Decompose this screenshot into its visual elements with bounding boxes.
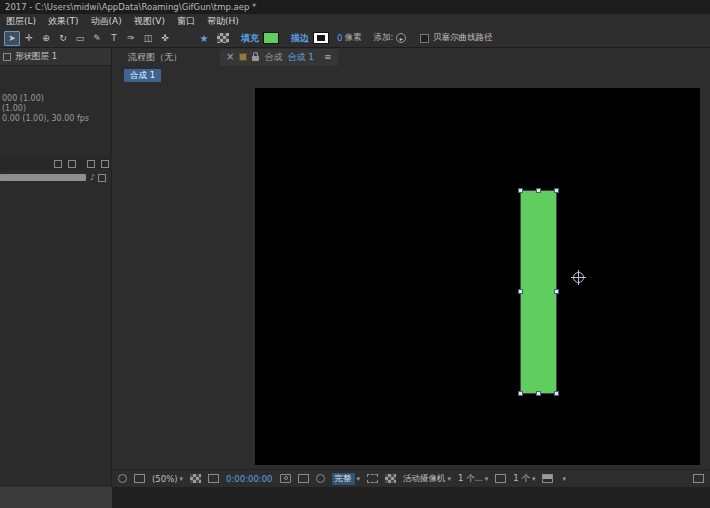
resize-handle-middle-left[interactable] — [518, 289, 523, 294]
resize-handle-top-left[interactable] — [518, 188, 523, 193]
pixel-aspect-icon[interactable] — [495, 474, 506, 483]
active-camera-dropdown[interactable]: 活动摄像机 ▾ — [403, 473, 451, 485]
mask-visibility-icon[interactable] — [208, 474, 219, 483]
chevron-down-icon: ▾ — [485, 475, 489, 483]
grid-guides-icon[interactable] — [190, 474, 201, 483]
effect-controls-tab[interactable]: 形状图层 1 — [0, 48, 111, 66]
comp-navigator-chip[interactable]: 合成 1 — [124, 69, 161, 82]
resize-handle-middle-right[interactable] — [554, 289, 559, 294]
chevron-down-icon: ▾ — [532, 475, 536, 483]
grid-toggle-icon[interactable] — [68, 160, 76, 168]
after-effects-window: 2017 - C:\Users\midwi\AppData\Roaming\Gi… — [0, 0, 710, 508]
resize-handle-bottom-right[interactable] — [554, 391, 559, 396]
titlebar: 2017 - C:\Users\midwi\AppData\Roaming\Gi… — [0, 0, 710, 14]
tab-comp-prefix: 合成 — [264, 51, 282, 64]
menu-layer[interactable]: 图层(L) — [0, 14, 42, 29]
add-label: 添加: — [373, 32, 393, 44]
zoom-tool[interactable]: ⊕ — [38, 31, 54, 46]
menu-window[interactable]: 窗口 — [171, 14, 201, 29]
fit-screen-icon[interactable] — [134, 474, 145, 483]
active-camera-value: 活动摄像机 — [403, 473, 446, 485]
timeline-panel-strip — [0, 487, 710, 508]
show-snapshot-icon[interactable] — [298, 474, 309, 483]
composition-viewport[interactable] — [255, 88, 700, 465]
view-layout-dropdown[interactable]: 1 个... ▾ — [458, 473, 488, 485]
create-mask-checker-icon[interactable] — [217, 33, 229, 43]
info-line: 000 (1.00) — [2, 94, 111, 104]
transparency-grid-icon[interactable] — [385, 474, 396, 483]
settings-icon[interactable] — [101, 160, 109, 168]
fill-color-swatch[interactable] — [263, 32, 279, 44]
fill-label[interactable]: 填充 — [241, 32, 259, 45]
info-line: 0.00 (1.00), 30.00 fps — [2, 114, 111, 124]
resize-handle-top-right[interactable] — [554, 188, 559, 193]
info-line: (1.00) — [2, 104, 111, 114]
panel-menu-icon[interactable]: ≡ — [324, 52, 332, 62]
selection-tool[interactable]: ➤ — [4, 31, 20, 46]
resolution-dropdown[interactable]: 完整 ▾ — [332, 473, 361, 485]
exposure-caret-icon[interactable]: ▾ — [562, 475, 566, 483]
zoom-level-value: (50%) — [152, 474, 178, 484]
tab-flowchart[interactable]: 流程图（无） — [124, 49, 186, 66]
magnification-icon[interactable] — [118, 474, 127, 483]
tab-comp-name[interactable]: 合成 1 — [287, 51, 314, 64]
window-title: 2017 - C:\Users\midwi\AppData\Roaming\Gi… — [5, 2, 256, 12]
fast-previews-value: 1 个 — [513, 473, 530, 485]
add-menu-button[interactable]: ▸ — [396, 33, 406, 43]
tab-composition[interactable]: × 合成 合成 1 ≡ — [220, 49, 338, 66]
menu-animation[interactable]: 动画(A) — [85, 14, 128, 29]
timeline-panel-footer — [0, 487, 112, 508]
stroke-width-value[interactable]: 0 — [337, 33, 342, 43]
audio-icon[interactable]: ♪ — [90, 173, 95, 182]
chevron-down-icon: ▾ — [180, 475, 184, 483]
resize-handle-bottom-middle[interactable] — [536, 391, 541, 396]
hand-tool[interactable]: ✛ — [21, 31, 37, 46]
chevron-down-icon: ▾ — [448, 475, 452, 483]
rectangle-tool[interactable]: ▭ — [72, 31, 88, 46]
composition-info: 000 (1.00) (1.00) 0.00 (1.00), 30.00 fps — [0, 94, 111, 124]
tools-toolbar: ➤ ✛ ⊕ ↻ ▭ ✎ T ✑ ◫ ✜ ★ 填充 描边 0 像素 添加: ▸ 贝… — [0, 29, 710, 48]
layer-name-label: 形状图层 1 — [15, 51, 57, 63]
bezier-path-checkbox[interactable] — [420, 34, 429, 43]
comp-bottom-toolbar: (50%) ▾ 0:00:00:00 完整 ▾ 活动摄像机 ▾ 1 个... ▾ — [112, 469, 710, 487]
region-of-interest-icon[interactable] — [367, 474, 378, 483]
resolution-value: 完整 — [332, 473, 355, 485]
show-channels-icon[interactable] — [316, 474, 325, 483]
stroke-width-unit: 像素 — [344, 32, 361, 44]
stroke-color-swatch[interactable] — [313, 32, 329, 44]
chevron-down-icon: ▾ — [357, 475, 361, 483]
comp-navigator-label: 合成 1 — [130, 70, 155, 80]
exposure-icon[interactable] — [542, 474, 553, 483]
clone-stamp-tool[interactable]: ◫ — [140, 31, 156, 46]
eye-toggle-icon[interactable] — [54, 160, 62, 168]
maximize-panel-icon[interactable] — [693, 474, 704, 483]
fast-previews-dropdown[interactable]: 1 个 ▾ — [513, 473, 535, 485]
lock-icon[interactable] — [252, 56, 259, 61]
brush-tool[interactable]: ✑ — [123, 31, 139, 46]
pen-tool[interactable]: ✎ — [89, 31, 105, 46]
panel-tab-icon — [3, 53, 11, 61]
menu-view[interactable]: 视图(V) — [128, 14, 171, 29]
timecode-field[interactable]: 0:00:00:00 — [226, 474, 272, 484]
composition-tab-bar: 流程图（无） × 合成 合成 1 ≡ — [112, 48, 710, 66]
menu-help[interactable]: 帮助(H) — [201, 14, 245, 29]
resize-handle-bottom-left[interactable] — [518, 391, 523, 396]
rotation-tool[interactable]: ↻ — [55, 31, 71, 46]
menu-effect[interactable]: 效果(T) — [42, 14, 85, 29]
zoom-level-dropdown[interactable]: (50%) ▾ — [152, 474, 183, 484]
create-shape-star-icon[interactable]: ★ — [196, 31, 212, 46]
tag-icon[interactable] — [87, 160, 95, 168]
stroke-label[interactable]: 描边 — [291, 32, 309, 45]
puppet-tool[interactable]: ✜ — [157, 31, 173, 46]
snapshot-icon[interactable] — [280, 474, 291, 483]
view-layout-value: 1 个... — [458, 473, 483, 485]
type-tool[interactable]: T — [106, 31, 122, 46]
composition-panel-icon — [239, 53, 247, 61]
horizontal-scrollbar[interactable] — [0, 174, 86, 181]
person-icon[interactable] — [98, 174, 106, 182]
bezier-path-label: 贝塞尔曲线路径 — [433, 32, 493, 44]
anchor-point-indicator[interactable] — [573, 272, 584, 283]
resize-handle-top-middle[interactable] — [536, 188, 541, 193]
shape-layer-rectangle[interactable] — [521, 191, 556, 393]
close-icon[interactable]: × — [226, 52, 234, 62]
